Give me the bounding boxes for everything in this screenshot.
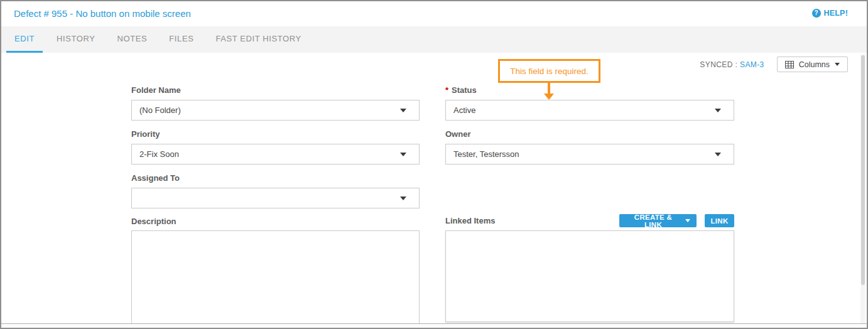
chevron-down-icon (715, 109, 721, 112)
columns-button-label: Columns (799, 60, 830, 69)
defect-title-link[interactable]: Defect # 955 - No button on mobile scree… (14, 8, 191, 19)
defect-edit-window: Defect # 955 - No button on mobile scree… (0, 0, 868, 329)
callout-text: This field is required. (510, 67, 589, 76)
owner-dropdown[interactable]: Tester, Testersson (445, 144, 734, 164)
create-and-link-button[interactable]: CREATE & LINK (619, 214, 697, 227)
help-button[interactable]: ? HELP! (812, 9, 849, 18)
link-button-label: LINK (710, 217, 728, 225)
horizontal-scrollbar-track[interactable] (1, 323, 867, 328)
help-label: HELP! (824, 9, 849, 18)
owner-value: Tester, Testersson (453, 149, 715, 159)
tab-fast-edit-history[interactable]: FAST EDIT HISTORY (207, 26, 309, 53)
edit-form-panel: SYNCED : SAM-3 Columns This field is req… (1, 53, 867, 328)
folder-name-value: (No Folder) (139, 105, 400, 115)
assigned-to-dropdown[interactable] (131, 188, 420, 208)
vertical-scrollbar-track[interactable] (860, 54, 865, 323)
chevron-down-icon (685, 219, 690, 222)
synced-item-link[interactable]: SAM-3 (740, 60, 764, 69)
folder-name-label: Folder Name (131, 85, 181, 95)
status-dropdown[interactable]: Active (445, 100, 734, 121)
priority-dropdown[interactable]: 2-Fix Soon (131, 144, 420, 164)
vertical-scrollbar-thumb[interactable] (861, 55, 865, 285)
synced-label: SYNCED : (700, 60, 737, 69)
columns-button[interactable]: Columns (777, 57, 848, 72)
owner-label: Owner (445, 129, 470, 139)
create-and-link-label: CREATE & LINK (626, 213, 681, 229)
linked-items-list (445, 230, 734, 322)
priority-value: 2-Fix Soon (139, 149, 400, 159)
folder-name-dropdown[interactable]: (No Folder) (131, 100, 420, 121)
chevron-down-icon (715, 153, 721, 156)
tab-edit[interactable]: EDIT (6, 26, 43, 53)
priority-label: Priority (131, 129, 160, 139)
help-question-icon: ? (812, 9, 821, 18)
link-button[interactable]: LINK (705, 214, 734, 227)
chevron-down-icon (400, 109, 406, 112)
tab-bar: EDIT HISTORY NOTES FILES FAST EDIT HISTO… (1, 26, 867, 53)
chevron-down-icon (400, 153, 406, 156)
assigned-to-label: Assigned To (131, 173, 180, 183)
linked-items-label: Linked Items (445, 216, 495, 225)
tab-notes[interactable]: NOTES (109, 26, 156, 53)
status-label: *Status (445, 85, 477, 95)
chevron-down-icon (400, 197, 406, 200)
tab-files[interactable]: FILES (161, 26, 202, 53)
status-value: Active (453, 105, 715, 115)
callout-arrow-head-icon (544, 94, 554, 100)
callout-arrow-stem (548, 83, 550, 94)
synced-status: SYNCED : SAM-3 (700, 60, 764, 69)
title-bar: Defect # 955 - No button on mobile scree… (1, 1, 867, 26)
description-label: Description (131, 217, 176, 226)
description-textarea[interactable] (131, 230, 420, 326)
columns-grid-icon (785, 61, 794, 68)
chevron-down-icon (835, 63, 840, 66)
sync-toolbar: SYNCED : SAM-3 Columns (700, 57, 848, 72)
required-field-callout: This field is required. (498, 59, 600, 83)
required-asterisk-icon: * (445, 85, 448, 95)
tab-history[interactable]: HISTORY (48, 26, 104, 53)
